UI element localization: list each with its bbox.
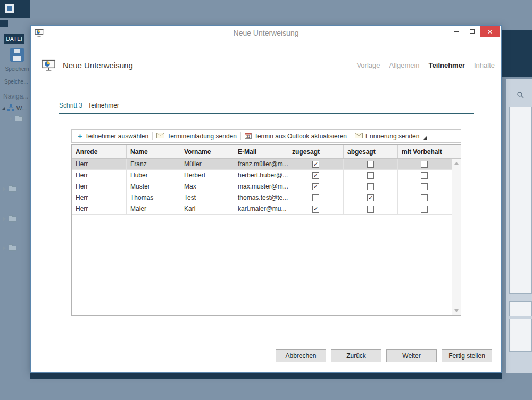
- expander-closed-icon: [3, 187, 6, 191]
- background-preview-box: [509, 107, 532, 294]
- column-header-abgesagt[interactable]: abgesagt: [344, 145, 398, 158]
- cell-email: max.muster@m...: [234, 181, 288, 192]
- cell-mit-vorbehalt: [398, 181, 451, 192]
- app-chip: [0, 20, 8, 27]
- cell-name: Huber: [127, 170, 180, 181]
- mit-vorbehalt-checkbox[interactable]: [421, 183, 428, 190]
- table-row[interactable]: Herr Muster Max max.muster@m...: [72, 181, 461, 192]
- cell-zugesagt: [288, 159, 344, 169]
- table-row[interactable]: Herr Franz Müller franz.müller@m...: [72, 159, 461, 170]
- table-header-row: Anrede Name Vorname E-Mail zugesagt abge…: [72, 145, 461, 159]
- cell-vorname: Max: [180, 181, 234, 192]
- cell-zugesagt: [288, 170, 344, 181]
- participants-toolbar: + Teilnehmer auswählen Termineinladung s…: [71, 129, 461, 143]
- button-label: Erinnerung senden: [365, 133, 419, 140]
- tree-root-item: W...: [2, 104, 27, 111]
- vertical-scrollbar[interactable]: [452, 159, 461, 315]
- file-menu-tab: DATEI: [4, 34, 24, 44]
- app-logo-icon: [5, 4, 14, 13]
- table-row[interactable]: Herr Maier Karl karl.maier@mu...: [72, 203, 461, 215]
- cell-zugesagt: [288, 192, 344, 203]
- zugesagt-checkbox[interactable]: [312, 172, 319, 179]
- column-header-mit-vorbehalt[interactable]: mit Vorbehalt: [398, 145, 451, 158]
- cell-name: Maier: [127, 203, 180, 214]
- folder-icon: [9, 216, 16, 222]
- column-header-zugesagt[interactable]: zugesagt: [288, 145, 344, 158]
- column-header-name[interactable]: Name: [127, 145, 180, 158]
- abgesagt-checkbox[interactable]: [367, 172, 374, 179]
- send-invitation-button[interactable]: Termineinladung senden: [153, 130, 240, 142]
- screen: DATEI Speichern Speiche... Naviga... W..…: [0, 0, 532, 400]
- cell-zugesagt: [288, 203, 344, 214]
- wizard-step-allgemein[interactable]: Allgemein: [389, 61, 419, 69]
- mit-vorbehalt-checkbox[interactable]: [421, 194, 428, 201]
- update-from-outlook-button[interactable]: 31 Termin aus Outlook aktualisieren: [241, 130, 351, 142]
- fertig-stellen-button[interactable]: Fertig stellen: [442, 349, 492, 362]
- zugesagt-checkbox[interactable]: [312, 206, 319, 213]
- mail-icon: [355, 133, 363, 140]
- cell-vorname: Müller: [180, 159, 234, 169]
- scroll-up-icon: [454, 162, 459, 165]
- abbrechen-button[interactable]: Abbrechen: [276, 349, 326, 362]
- cell-email: franz.müller@m...: [234, 159, 288, 169]
- table-row[interactable]: Herr Huber Herbert herbert.huber@...: [72, 170, 461, 181]
- page-title: Neue Unterweisung: [63, 61, 133, 70]
- expander-closed-icon: [10, 117, 12, 121]
- dialog-titlebar[interactable]: Neue Unterweisung ×: [31, 26, 501, 40]
- maximize-button[interactable]: [464, 26, 480, 37]
- close-icon: ×: [488, 28, 492, 36]
- add-participant-button[interactable]: + Teilnehmer auswählen: [74, 130, 152, 142]
- expander-open-icon: [2, 107, 5, 110]
- cell-anrede: Herr: [72, 159, 127, 169]
- expander-closed-icon: [3, 246, 6, 250]
- column-header-email[interactable]: E-Mail: [234, 145, 288, 158]
- minimize-button[interactable]: [449, 26, 464, 37]
- tree-root-label: W...: [16, 105, 27, 111]
- organization-icon: [7, 104, 14, 111]
- wizard-step-inhalte[interactable]: Inhalte: [474, 61, 495, 69]
- close-button[interactable]: ×: [480, 26, 500, 37]
- mit-vorbehalt-checkbox[interactable]: [421, 206, 428, 213]
- weiter-button[interactable]: Weiter: [386, 349, 437, 362]
- wizard-step-teilnehmer[interactable]: Teilnehmer: [429, 61, 465, 69]
- save-group-label: Speiche...: [4, 79, 28, 85]
- zugesagt-checkbox[interactable]: [312, 161, 319, 168]
- zurueck-button[interactable]: Zurück: [331, 349, 381, 362]
- cell-email: thomas.test@te...: [234, 192, 288, 203]
- send-reminder-button[interactable]: Erinnerung senden: [351, 130, 430, 142]
- zugesagt-checkbox[interactable]: [312, 183, 319, 190]
- cell-name: Thomas: [127, 192, 180, 203]
- table-row[interactable]: Herr Thomas Test thomas.test@te...: [72, 192, 461, 203]
- search-icon: [517, 91, 524, 99]
- wizard-step-vorlage[interactable]: Vorlage: [356, 61, 380, 69]
- abgesagt-checkbox[interactable]: [367, 194, 374, 201]
- column-header-vorname[interactable]: Vorname: [180, 145, 234, 158]
- window-title: Neue Unterweisung: [31, 29, 501, 37]
- window-controls: ×: [449, 26, 500, 37]
- cell-anrede: Herr: [72, 181, 127, 192]
- mit-vorbehalt-checkbox[interactable]: [421, 161, 428, 168]
- cell-abgesagt: [344, 203, 398, 214]
- abgesagt-checkbox[interactable]: [367, 161, 374, 168]
- cell-name: Franz: [127, 159, 180, 169]
- cell-anrede: Herr: [72, 203, 127, 214]
- cell-abgesagt: [344, 159, 398, 169]
- cell-abgesagt: [344, 170, 398, 181]
- expander-closed-icon: [3, 217, 6, 221]
- mit-vorbehalt-checkbox[interactable]: [421, 172, 428, 179]
- button-label: Termin aus Outlook aktualisieren: [254, 133, 347, 140]
- abgesagt-checkbox[interactable]: [367, 206, 374, 213]
- wizard-nav: Vorlage Allgemein Teilnehmer Inhalte: [356, 61, 495, 69]
- column-header-filler: [451, 145, 461, 158]
- column-header-anrede[interactable]: Anrede: [72, 145, 127, 158]
- abgesagt-checkbox[interactable]: [367, 183, 374, 190]
- background-app-titlebar: [0, 0, 30, 18]
- cell-mit-vorbehalt: [398, 170, 451, 181]
- zugesagt-checkbox[interactable]: [312, 194, 319, 201]
- cell-vorname: Karl: [180, 203, 234, 214]
- save-icon: [10, 48, 24, 62]
- footer-divider: [32, 340, 500, 340]
- calendar-icon: 31: [245, 132, 252, 141]
- cell-mit-vorbehalt: [398, 159, 451, 169]
- folder-icon: [9, 246, 16, 251]
